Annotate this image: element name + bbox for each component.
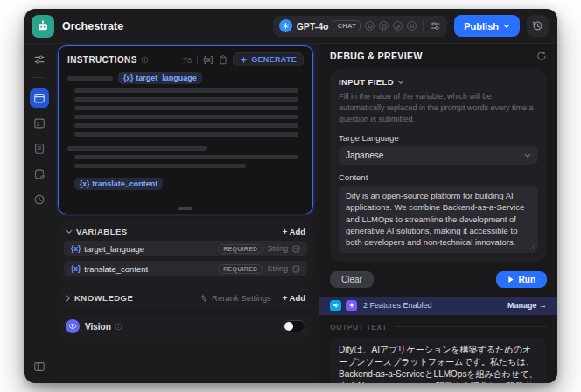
features-enabled-text: 2 Features Enabled	[363, 301, 432, 310]
rail-divider	[32, 77, 46, 78]
target-language-select[interactable]: Japanese	[339, 146, 538, 164]
variable-row[interactable]: {x} translate_content REQUIRED String	[64, 261, 307, 276]
skeleton-line	[74, 106, 298, 110]
generate-button[interactable]: GENERATE	[233, 52, 304, 66]
variable-name: target_language	[84, 244, 144, 254]
input-field-card: INPUT FIELD Fill in the value of the var…	[330, 69, 547, 262]
vision-toggle[interactable]	[283, 320, 305, 332]
eye-icon	[66, 319, 80, 333]
orchestrate-window-icon	[33, 92, 46, 104]
skeleton-line	[74, 97, 298, 102]
content-textarea[interactable]: Dify is an open-source platform for buil…	[339, 186, 538, 252]
target-language-value: Japanese	[346, 150, 383, 160]
chevron-down-icon	[524, 153, 531, 158]
output-text: Difyは、AIアプリケーションを構築するためのオープンソースプラットフォームで…	[339, 344, 538, 383]
chevron-down-icon[interactable]	[397, 80, 404, 85]
feature-tts-icon	[330, 300, 341, 312]
content-label: Content	[339, 172, 538, 182]
version-history-button[interactable]	[527, 15, 549, 37]
sidebar-item-annotation[interactable]	[30, 164, 49, 184]
chevron-right-icon[interactable]	[66, 295, 71, 302]
clear-button[interactable]: Clear	[330, 271, 374, 288]
play-icon	[508, 276, 514, 284]
sidebar-item-monitoring[interactable]	[30, 190, 49, 209]
debug-preview-panel: DEBUG & PREVIEW INPUT FIELD Fill in the …	[318, 44, 557, 383]
input-field-title: INPUT FIELD	[339, 77, 394, 87]
desktop-canvas: Orchestrate GPT-4o CHAT Publish	[0, 0, 581, 392]
variable-row[interactable]: {x} target_language REQUIRED String	[64, 241, 307, 256]
features-bar[interactable]: 2 Features Enabled Manage →	[319, 297, 557, 315]
manage-features-link[interactable]: Manage →	[508, 301, 547, 310]
clipboard-icon[interactable]	[219, 55, 228, 65]
variable-braces-icon: {x}	[71, 264, 80, 273]
variables-title: VARIABLES	[76, 227, 128, 236]
page-title: Orchestrate	[62, 20, 123, 32]
sparkle-icon	[240, 56, 248, 64]
knowledge-title: KNOWLEDGE	[74, 293, 133, 303]
instructions-content: {x} target_language	[67, 72, 304, 190]
app-window: Orchestrate GPT-4o CHAT Publish	[24, 9, 557, 383]
variable-name: translate_content	[84, 264, 148, 274]
skeleton-line	[67, 146, 207, 150]
variable-type: String	[267, 244, 288, 253]
refresh-icon	[536, 51, 547, 61]
skeleton-line	[67, 76, 113, 80]
knowledge-section: KNOWLEDGE Rerank Settings + Add	[58, 287, 313, 309]
publish-button[interactable]: Publish	[454, 15, 520, 37]
debug-title: DEBUG & PREVIEW	[330, 51, 423, 61]
type-dropdown-icon[interactable]	[292, 265, 300, 273]
app-robot-icon	[32, 15, 54, 38]
required-badge: REQUIRED	[218, 264, 262, 274]
left-rail	[24, 44, 54, 383]
refresh-button[interactable]	[536, 51, 547, 61]
rerank-icon	[200, 294, 208, 303]
type-dropdown-icon[interactable]	[292, 245, 300, 253]
feature-more-icon	[346, 300, 357, 312]
manage-label: Manage	[508, 301, 537, 310]
resize-drag-handle[interactable]	[178, 207, 192, 210]
info-circle-icon	[115, 323, 122, 331]
resize-handle-icon[interactable]	[529, 244, 536, 250]
instructions-panel[interactable]: INSTRUCTIONS 78 {x} GENERATE	[58, 46, 313, 214]
skeleton-line	[74, 88, 298, 93]
model-tune-icon[interactable]	[430, 20, 441, 32]
output-text-title: OUTPUT TEXT	[330, 323, 388, 332]
required-badge: REQUIRED	[218, 244, 262, 254]
chat-mode-badge: CHAT	[332, 20, 360, 32]
collapse-panel-icon[interactable]	[30, 357, 49, 376]
variable-braces-icon[interactable]: {x}	[203, 55, 214, 64]
rerank-settings-button[interactable]: Rerank Settings	[200, 293, 271, 303]
vision-section: Vision	[58, 315, 313, 338]
skeleton-line	[74, 115, 298, 119]
chevron-down-icon[interactable]	[66, 229, 73, 234]
add-knowledge-button[interactable]: + Add	[283, 293, 305, 303]
sidebar-item-orchestrate[interactable]	[30, 88, 49, 108]
capability-icon	[365, 21, 374, 31]
clock-icon	[33, 193, 46, 206]
variable-chip-label: target_language	[136, 74, 197, 82]
rail-tune-icon[interactable]	[30, 50, 49, 69]
skeleton-line	[74, 123, 298, 128]
annotation-icon	[33, 168, 46, 180]
variable-type: String	[267, 264, 288, 273]
top-bar: Orchestrate GPT-4o CHAT Publish	[24, 9, 557, 44]
history-clock-icon	[532, 20, 543, 32]
variable-braces-icon: {x}	[123, 74, 133, 82]
document-list-icon	[33, 143, 46, 155]
variable-chip[interactable]: {x} target_language	[118, 72, 202, 84]
skeleton-line	[74, 155, 298, 159]
output-card: Difyは、AIアプリケーションを構築するためのオープンソースプラットフォームで…	[330, 337, 547, 383]
sidebar-item-logs[interactable]	[30, 139, 49, 158]
arrow-right-icon: →	[539, 301, 547, 310]
model-selector[interactable]: GPT-4o CHAT	[273, 16, 448, 37]
divider	[395, 326, 547, 327]
run-button[interactable]: Run	[496, 271, 547, 288]
terminal-icon	[33, 117, 46, 130]
sidebar-item-prompt[interactable]	[30, 114, 49, 133]
target-language-label: Targe Language	[339, 133, 538, 143]
skeleton-line	[74, 132, 298, 136]
variable-chip-label: translate_content	[92, 179, 158, 188]
add-variable-button[interactable]: + Add	[283, 227, 305, 236]
generate-label: GENERATE	[251, 55, 297, 64]
variable-chip[interactable]: {x} translate_content	[74, 178, 163, 190]
